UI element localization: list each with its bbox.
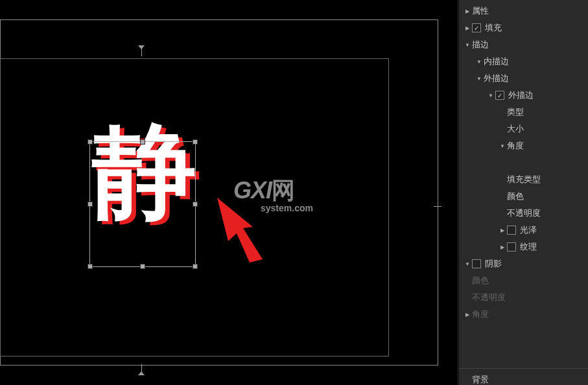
prop-label: 不透明度 <box>472 292 506 303</box>
prop-label: 填充类型 <box>507 174 541 185</box>
fill-checkbox[interactable] <box>472 23 481 32</box>
texture-checkbox[interactable] <box>507 242 516 251</box>
resize-handle-ml[interactable] <box>88 202 93 207</box>
section-fill[interactable]: 填充 <box>459 19 588 36</box>
section-label: 属性 <box>472 5 489 17</box>
ruler-tick-bottom <box>141 364 142 372</box>
item-label: 外描边 <box>508 89 534 101</box>
prop-label: 角度 <box>507 140 524 152</box>
prop-gloss[interactable]: 光泽 <box>459 222 588 239</box>
properties-panel[interactable]: 属性 填充 描边 内描边 外描边 外描边 类型 大小 角度 填充类型 颜色 <box>458 0 588 385</box>
watermark-subtitle: system.com <box>261 203 313 213</box>
prop-angle[interactable]: 角度 <box>459 137 588 154</box>
collapse-arrow-icon[interactable] <box>463 42 472 48</box>
section-label: 阴影 <box>485 258 502 270</box>
resize-handle-tl[interactable] <box>88 139 93 145</box>
resize-handle-tr[interactable] <box>193 139 198 145</box>
section-inner-stroke[interactable]: 内描边 <box>459 53 588 70</box>
prop-label: 类型 <box>507 106 524 118</box>
section-label: 外描边 <box>484 73 509 84</box>
prop-opacity[interactable]: 不透明度 <box>459 205 588 222</box>
prop-texture[interactable]: 纹理 <box>459 239 588 255</box>
resize-handle-bc[interactable] <box>140 264 145 269</box>
prop-label: 大小 <box>507 123 524 135</box>
resize-handle-br[interactable] <box>193 264 198 269</box>
section-stroke[interactable]: 描边 <box>459 36 588 53</box>
expand-arrow-icon[interactable] <box>498 228 507 233</box>
prop-label: 颜色 <box>507 191 524 202</box>
resize-handle-tc[interactable] <box>140 139 145 145</box>
outer-stroke-checkbox[interactable] <box>495 91 504 100</box>
selection-bounding-box[interactable] <box>89 141 196 267</box>
expand-arrow-icon[interactable] <box>498 244 507 250</box>
spacer <box>459 154 588 171</box>
section-background[interactable]: 背景 <box>459 368 588 385</box>
prop-fill-type[interactable]: 填充类型 <box>459 171 588 188</box>
collapse-arrow-icon[interactable] <box>475 76 484 82</box>
ruler-tick-right <box>434 206 441 207</box>
prop-color[interactable]: 颜色 <box>459 188 588 205</box>
ruler-tick-top <box>141 49 142 56</box>
prop-label: 光泽 <box>520 224 537 236</box>
collapse-arrow-icon[interactable] <box>463 261 472 267</box>
section-shadow[interactable]: 阴影 <box>459 255 588 272</box>
expand-arrow-icon <box>463 312 472 318</box>
prop-shadow-color: 颜色 <box>459 272 588 289</box>
section-label: 填充 <box>485 22 502 34</box>
collapse-arrow-icon[interactable] <box>486 93 495 99</box>
canvas-viewport[interactable]: 静 静 GXI网 system.com <box>0 0 458 385</box>
shadow-checkbox[interactable] <box>472 259 481 268</box>
watermark-title: GXI网 <box>233 175 313 207</box>
collapse-arrow-icon[interactable] <box>498 143 507 149</box>
prop-label: 角度 <box>472 309 489 320</box>
resize-handle-mr[interactable] <box>193 202 198 207</box>
collapse-arrow-icon[interactable] <box>475 59 484 65</box>
section-outer-stroke[interactable]: 外描边 <box>459 70 588 87</box>
resize-handle-bl[interactable] <box>88 264 93 269</box>
expand-arrow-icon[interactable] <box>463 25 472 31</box>
expand-arrow-icon[interactable] <box>463 8 472 14</box>
prop-label: 颜色 <box>472 275 489 286</box>
section-label: 背景 <box>472 374 489 386</box>
watermark: GXI网 system.com <box>233 175 313 213</box>
section-label: 内描边 <box>484 56 509 67</box>
item-outer-stroke-entry[interactable]: 外描边 <box>459 87 588 104</box>
section-attributes[interactable]: 属性 <box>459 3 588 19</box>
prop-label: 不透明度 <box>507 207 541 219</box>
prop-shadow-angle: 角度 <box>459 306 588 323</box>
prop-shadow-opacity: 不透明度 <box>459 289 588 306</box>
gloss-checkbox[interactable] <box>507 226 516 235</box>
section-label: 描边 <box>472 39 489 51</box>
prop-label: 纹理 <box>520 241 537 253</box>
prop-size[interactable]: 大小 <box>459 121 588 137</box>
prop-type[interactable]: 类型 <box>459 104 588 121</box>
